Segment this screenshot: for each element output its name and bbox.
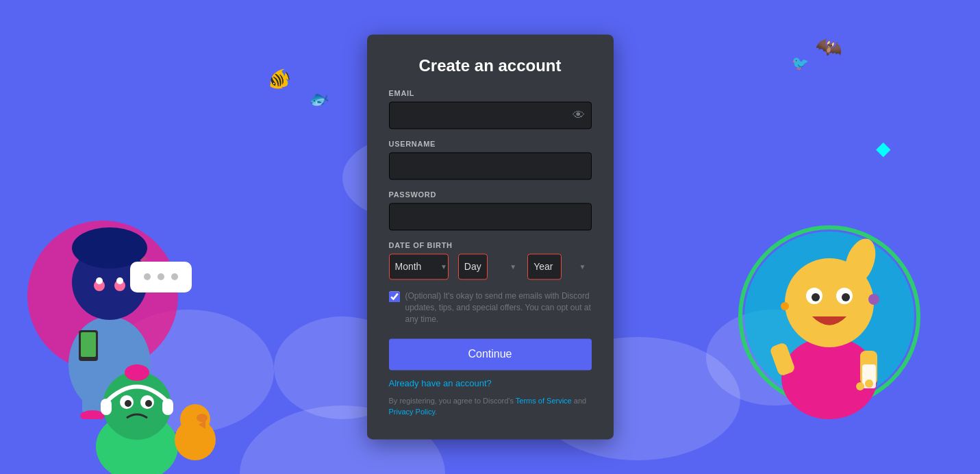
already-account-link[interactable]: Already have an account?: [389, 379, 492, 389]
svg-point-11: [171, 273, 178, 280]
svg-point-3: [72, 227, 147, 269]
svg-point-10: [158, 273, 164, 280]
svg-rect-8: [130, 262, 192, 292]
svg-point-9: [144, 273, 151, 280]
svg-point-27: [868, 294, 879, 305]
month-select-wrapper: Month JanuaryFebruaryMarchAprilMayJuneJu…: [389, 253, 453, 279]
deco-bird-1: 🐠: [264, 65, 294, 95]
svg-point-36: [120, 395, 134, 409]
email-optin-row: (Optional) It's okay to send me emails w…: [389, 290, 592, 325]
svg-point-18: [740, 227, 918, 406]
email-label: EMAIL: [389, 89, 592, 97]
svg-point-25: [842, 293, 850, 301]
username-input[interactable]: [389, 152, 592, 179]
svg-point-20: [781, 337, 877, 419]
svg-rect-40: [101, 399, 112, 415]
email-input[interactable]: [389, 101, 592, 129]
svg-point-5: [114, 280, 125, 291]
modal-wrapper: Create an account EMAIL 👁 USERNAME PASSW…: [367, 34, 614, 439]
svg-point-28: [839, 234, 881, 288]
month-select[interactable]: Month JanuaryFebruaryMarchAprilMayJuneJu…: [389, 253, 449, 279]
svg-point-0: [27, 221, 178, 371]
deco-bird-right: 🐦: [792, 55, 809, 71]
svg-point-34: [96, 412, 178, 474]
svg-point-23: [836, 288, 853, 304]
tos-text-before: By registering, you agree to Discord's: [389, 397, 516, 406]
svg-point-39: [145, 400, 152, 407]
tos-section: By registering, you agree to Discord's T…: [389, 397, 592, 418]
svg-point-24: [812, 293, 820, 301]
username-label: USERNAME: [389, 140, 592, 148]
modal-title: Create an account: [389, 56, 592, 75]
password-label: PASSWORD: [389, 190, 592, 199]
continue-button[interactable]: Continue: [389, 339, 592, 371]
svg-point-1: [68, 316, 151, 412]
deco-bat: 🦇: [813, 31, 846, 63]
svg-point-21: [785, 258, 874, 347]
illustration-right: [733, 200, 925, 433]
svg-rect-13: [81, 332, 96, 357]
svg-point-22: [806, 288, 822, 304]
svg-point-43: [175, 419, 216, 460]
svg-rect-12: [79, 330, 98, 361]
svg-point-33: [856, 382, 864, 390]
svg-point-17: [114, 410, 139, 419]
year-select-wrapper: Year 20242023202220212020201920182017201…: [527, 253, 591, 279]
illustration-left: [21, 173, 212, 419]
deco-bird-2: 🐟: [306, 87, 331, 111]
create-account-modal: Create an account EMAIL 👁 USERNAME PASSW…: [367, 34, 614, 439]
email-input-wrapper: 👁: [389, 101, 592, 129]
email-optin-checkbox[interactable]: [389, 291, 400, 302]
svg-rect-29: [860, 351, 877, 385]
svg-point-2: [72, 245, 147, 320]
deco-star-left: ✦: [137, 251, 149, 269]
tos-text-mid: and: [572, 397, 586, 406]
svg-point-45: [197, 414, 208, 422]
svg-point-42: [125, 364, 149, 381]
svg-point-44: [180, 404, 210, 434]
svg-point-4: [94, 280, 105, 291]
day-select[interactable]: Day 123456789101112131415161718192021222…: [458, 253, 488, 279]
svg-point-35: [103, 371, 171, 440]
dob-label: DATE OF BIRTH: [389, 241, 592, 249]
email-optin-label: (Optional) It's okay to send me emails w…: [405, 290, 592, 325]
svg-point-32: [865, 379, 873, 388]
svg-point-7: [116, 277, 123, 284]
svg-rect-31: [769, 342, 796, 377]
svg-rect-14: [82, 392, 103, 416]
privacy-link[interactable]: Privacy Policy: [389, 408, 436, 416]
tos-link[interactable]: Terms of Service: [516, 397, 572, 406]
day-select-wrapper: Day 123456789101112131415161718192021222…: [458, 253, 522, 279]
tos-text-after: .: [435, 408, 437, 416]
svg-point-16: [80, 410, 105, 419]
dob-row: Month JanuaryFebruaryMarchAprilMayJuneJu…: [389, 253, 592, 279]
deco-diamond: ◆: [876, 137, 891, 160]
svg-point-6: [96, 277, 103, 284]
password-input[interactable]: [389, 203, 592, 230]
svg-point-26: [781, 302, 789, 310]
svg-point-19: [744, 232, 914, 401]
svg-point-37: [140, 395, 154, 409]
svg-point-38: [125, 400, 131, 407]
already-account-section: Already have an account?: [389, 377, 592, 390]
svg-rect-15: [116, 392, 137, 416]
year-select[interactable]: Year 20242023202220212020201920182017201…: [527, 253, 562, 279]
illustration-bottom-left: [68, 337, 233, 474]
svg-rect-30: [862, 364, 876, 388]
password-toggle-icon[interactable]: 👁: [573, 108, 585, 123]
svg-rect-41: [162, 399, 173, 415]
